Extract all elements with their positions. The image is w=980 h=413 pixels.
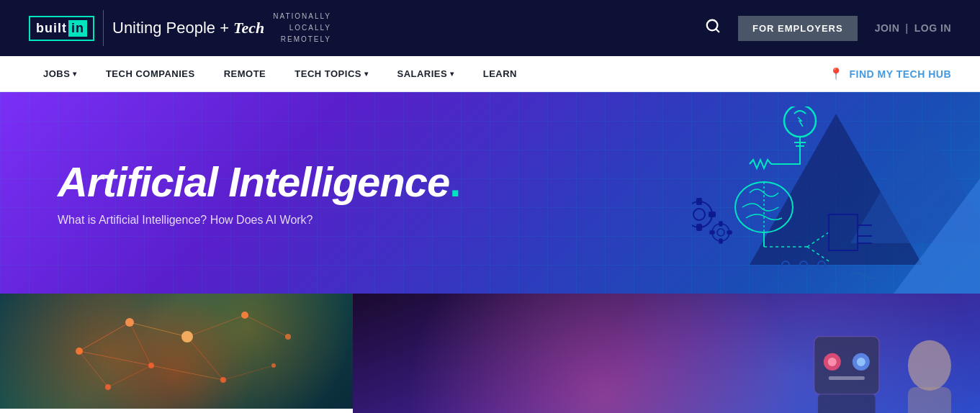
svg-rect-24	[829, 214, 858, 250]
for-employers-button[interactable]: FOR EMPLOYERS	[738, 16, 858, 41]
svg-line-38	[130, 322, 151, 366]
svg-point-48	[105, 384, 111, 390]
find-tech-hub-link[interactable]: 📍 FIND MY TECH HUB	[829, 67, 951, 81]
tagline-prefix: Uniting People +	[112, 19, 229, 37]
header-right: FOR EMPLOYERS JOIN | LOG IN	[705, 16, 951, 41]
svg-line-37	[245, 315, 288, 337]
svg-rect-53	[814, 337, 879, 394]
nav-item-learn[interactable]: LEARN	[469, 56, 531, 92]
hero-title: Artificial Intelligence.	[58, 159, 460, 205]
svg-point-51	[908, 340, 951, 391]
cards-section: 50 Artificial Intelligence Companies You…	[0, 294, 980, 413]
nav-item-tech-topics[interactable]: TECH TOPICS ▾	[280, 56, 382, 92]
login-link[interactable]: LOG IN	[914, 22, 951, 34]
svg-line-50	[223, 366, 274, 380]
nav: JOBS ▾ TECH COMPANIES REMOTE TECH TOPICS…	[0, 56, 980, 92]
svg-point-45	[285, 334, 291, 340]
chevron-down-icon: ▾	[73, 70, 77, 78]
tagline-main: Uniting People + Tech	[112, 19, 264, 37]
article-card-ai-companies[interactable]: 50 Artificial Intelligence Companies You…	[0, 294, 353, 413]
hero-dot: .	[449, 158, 460, 205]
svg-rect-18	[719, 239, 722, 243]
auth-divider: |	[905, 22, 908, 34]
svg-line-22	[807, 247, 829, 261]
hero-illustration	[692, 106, 894, 279]
svg-point-57	[857, 358, 866, 366]
logo-divider	[103, 10, 104, 46]
svg-rect-17	[719, 222, 722, 226]
location-pin-icon: 📍	[829, 67, 844, 81]
logo-in: in	[68, 20, 87, 37]
svg-rect-19	[727, 231, 732, 234]
svg-line-36	[151, 366, 223, 380]
article-card-robot[interactable]	[353, 294, 980, 413]
header-left: builtin Uniting People + Tech NATIONALLY…	[29, 10, 331, 46]
tagline: Uniting People + Tech	[112, 19, 264, 37]
svg-point-40	[125, 318, 134, 327]
svg-line-1	[716, 29, 719, 32]
header: builtin Uniting People + Tech NATIONALLY…	[0, 0, 980, 56]
nav-items: JOBS ▾ TECH COMPANIES REMOTE TECH TOPICS…	[29, 56, 829, 92]
nav-item-salaries[interactable]: SALARIES ▾	[382, 56, 468, 92]
triangle-right	[894, 150, 980, 294]
logo[interactable]: builtin Uniting People + Tech NATIONALLY…	[29, 10, 331, 46]
chevron-down-icon: ▾	[364, 70, 369, 78]
svg-line-33	[130, 322, 187, 337]
chevron-down-icon: ▾	[450, 70, 454, 78]
card-text: 50 Artificial Intelligence Companies You…	[0, 409, 353, 413]
svg-point-30	[818, 261, 825, 268]
nav-item-remote[interactable]: REMOTE	[210, 56, 281, 92]
svg-point-10	[693, 209, 705, 220]
svg-rect-59	[818, 394, 876, 413]
svg-line-46	[108, 366, 151, 387]
search-button[interactable]	[705, 18, 721, 38]
header-auth: JOIN | LOG IN	[875, 22, 951, 34]
svg-rect-12	[697, 224, 701, 230]
svg-point-42	[181, 331, 193, 342]
svg-point-16	[717, 229, 724, 236]
tagline-sub: NATIONALLY LOCALLY REMOTELY	[273, 11, 331, 45]
svg-rect-11	[697, 199, 701, 204]
nav-item-jobs[interactable]: JOBS ▾	[29, 56, 91, 92]
svg-rect-52	[908, 387, 951, 413]
tagline-tech: Tech	[233, 19, 264, 37]
builtin-logo: builtin	[29, 16, 94, 41]
svg-line-34	[187, 315, 245, 337]
svg-line-23	[807, 232, 829, 247]
svg-point-56	[828, 358, 837, 366]
svg-point-43	[241, 312, 248, 319]
svg-point-6	[735, 182, 793, 232]
hero-section: Artificial Intelligence. What is Artific…	[0, 92, 980, 294]
hero-content: Artificial Intelligence. What is Artific…	[0, 130, 518, 255]
svg-rect-13	[709, 212, 715, 217]
svg-point-28	[782, 261, 789, 268]
join-link[interactable]: JOIN	[875, 22, 900, 34]
nav-item-tech-companies[interactable]: TECH COMPANIES	[91, 56, 210, 92]
svg-rect-58	[829, 376, 865, 380]
svg-line-32	[79, 351, 151, 366]
svg-line-47	[79, 351, 108, 387]
svg-rect-20	[710, 231, 714, 234]
hero-subtitle: What is Artificial Intelligence? How Doe…	[58, 214, 460, 227]
card-image-network	[0, 294, 353, 409]
svg-point-29	[800, 261, 807, 268]
svg-line-31	[79, 322, 130, 351]
